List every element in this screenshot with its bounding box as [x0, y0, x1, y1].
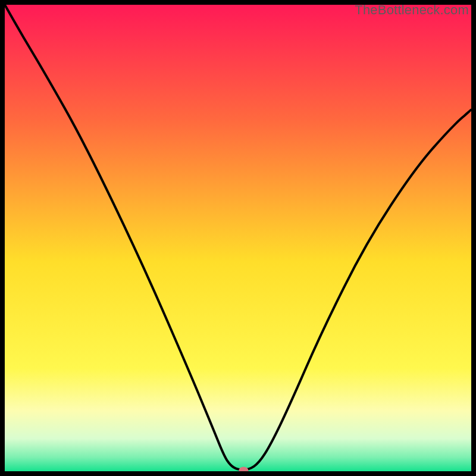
plot-area [5, 5, 471, 471]
watermark: TheBottleneck.com [355, 2, 469, 18]
chart-frame: TheBottleneck.com [0, 0, 476, 476]
gradient-bg [5, 5, 471, 471]
chart-svg [5, 5, 471, 471]
